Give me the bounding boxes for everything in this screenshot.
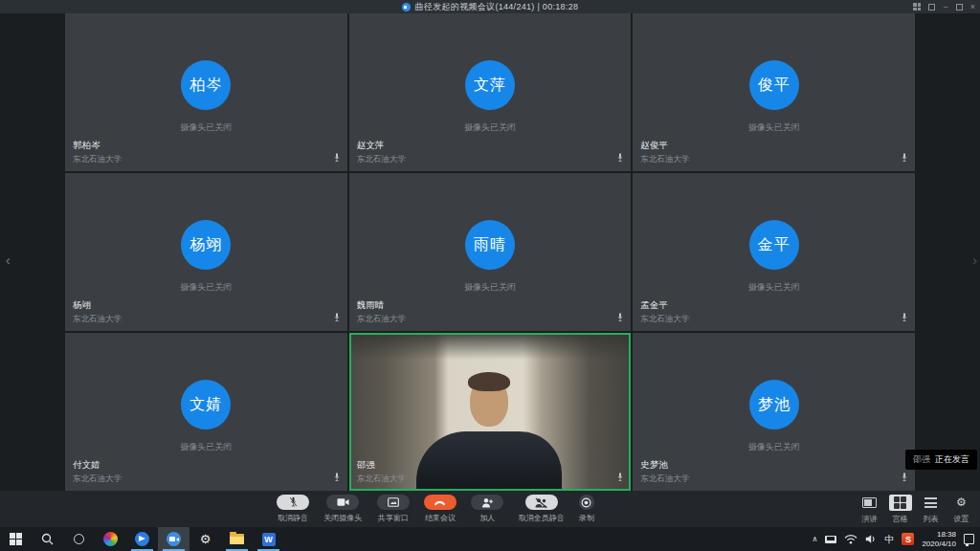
ime-indicator[interactable]: 中 <box>884 533 894 546</box>
avatar: 梦池 <box>749 380 799 430</box>
avatar: 金平 <box>749 220 799 270</box>
system-tray: ∧ 中 S 18:38 2020/4/10 <box>813 527 980 551</box>
tray-expand-chevron-icon[interactable]: ∧ <box>813 535 818 543</box>
meeting-app-icon <box>167 532 181 546</box>
view-list-button[interactable]: 列表 <box>918 495 944 524</box>
person-add-icon <box>481 497 493 508</box>
sogou-input-icon[interactable]: S <box>902 533 914 545</box>
view-grid-button[interactable]: 宫格 <box>887 495 913 524</box>
mic-icon <box>616 472 624 483</box>
layout-icon[interactable] <box>913 3 921 11</box>
view-controls: 演讲 宫格 列表 ⚙ 设置 <box>857 495 974 524</box>
meeting-app-button[interactable] <box>158 527 189 551</box>
mic-icon <box>616 312 624 323</box>
record-icon <box>581 497 591 508</box>
people-muted-icon <box>535 497 547 508</box>
view-speaker-label: 演讲 <box>862 514 878 524</box>
participant-tile-speaking[interactable]: 邵强 东北石油大学 <box>349 333 632 491</box>
hangup-icon <box>434 498 446 506</box>
gear-icon: ⚙ <box>956 495 967 511</box>
cortana-icon <box>74 534 84 544</box>
participant-org: 东北石油大学 <box>640 474 689 485</box>
grid-view-icon <box>894 496 906 509</box>
taskbar-clock[interactable]: 18:38 2020/4/10 <box>922 530 956 549</box>
camera-off-label: 关闭摄像头 <box>323 513 362 523</box>
wifi-icon[interactable] <box>844 534 858 544</box>
close-button[interactable]: × <box>970 0 975 13</box>
participant-tile[interactable]: 柏岑 摄像头已关闭 郭柏岑 东北石油大学 <box>65 13 347 171</box>
participant-org: 东北石油大学 <box>73 474 122 485</box>
participant-tile[interactable]: 文萍 摄像头已关闭 赵文萍 东北石油大学 <box>349 13 632 171</box>
maximize-button[interactable] <box>956 4 963 11</box>
blue-send-app-icon <box>135 532 149 546</box>
participant-tile[interactable]: 金平 摄像头已关闭 孟金平 东北石油大学 <box>633 173 915 331</box>
participant-name: 魏雨晴 <box>357 299 406 312</box>
share-window-button[interactable]: 共享窗口 <box>377 495 410 523</box>
view-speaker-button[interactable]: 演讲 <box>857 495 882 524</box>
minimize-button[interactable]: − <box>943 0 947 13</box>
participant-tile[interactable]: 俊平 摄像头已关闭 赵俊平 东北石油大学 <box>633 13 915 171</box>
toolbar-buttons: 取消静音 关闭摄像头 共享窗口 结束会议 <box>277 495 594 523</box>
word-doc-icon: W <box>262 533 276 546</box>
participant-tile[interactable]: 雨晴 摄像头已关闭 魏雨晴 东北石油大学 <box>349 173 632 331</box>
speaking-toast-name: 邵强 <box>913 453 930 466</box>
person-face <box>470 377 508 427</box>
unmute-label: 取消静音 <box>278 513 308 523</box>
messenger-app-button[interactable] <box>126 527 158 551</box>
word-app-button[interactable]: W <box>253 527 284 551</box>
file-explorer-button[interactable] <box>221 527 253 551</box>
prev-page-chevron-icon[interactable]: ‹ <box>6 253 11 268</box>
avatar: 杨翊 <box>181 220 231 270</box>
participant-grid: 柏岑 摄像头已关闭 郭柏岑 东北石油大学 文萍 摄像头已关闭 赵文萍 东北石油大… <box>65 13 915 491</box>
taskbar-search-button[interactable] <box>32 527 63 551</box>
mic-icon <box>333 472 341 483</box>
speaking-toast-status: 正在发言 <box>935 453 969 466</box>
settings-app-button[interactable]: ⚙ <box>189 527 221 551</box>
share-window-label: 共享窗口 <box>378 513 409 523</box>
record-button[interactable]: 录制 <box>579 495 594 523</box>
avatar: 柏岑 <box>181 60 231 110</box>
mic-icon <box>901 472 908 483</box>
window-controls: − × <box>913 0 975 13</box>
participant-org: 东北石油大学 <box>73 154 122 165</box>
settings-gear-icon: ⚙ <box>200 532 212 546</box>
unmute-all-label: 取消全员静音 <box>519 513 565 523</box>
unmute-button[interactable]: 取消静音 <box>277 495 309 523</box>
participant-tile[interactable]: 梦池 摄像头已关闭 史梦池 东北石油大学 <box>633 333 915 491</box>
settings-button[interactable]: ⚙ 设置 <box>948 495 974 524</box>
avatar: 俊平 <box>749 60 799 110</box>
camera-off-label: 摄像头已关闭 <box>748 441 800 453</box>
share-window-icon <box>388 497 399 507</box>
unmute-all-button[interactable]: 取消全员静音 <box>519 495 565 523</box>
mic-muted-icon <box>289 496 298 508</box>
participant-name: 赵文萍 <box>357 140 406 152</box>
view-list-label: 列表 <box>924 514 939 524</box>
next-page-chevron-icon[interactable]: › <box>972 253 977 268</box>
participant-tile[interactable]: 文婧 摄像头已关闭 付文婧 东北石油大学 <box>65 333 347 491</box>
fullscreen-icon[interactable] <box>928 4 935 11</box>
taskbar-date: 2020/4/10 <box>922 540 956 549</box>
participant-org: 东北石油大学 <box>640 314 689 325</box>
participant-tile[interactable]: 杨翊 摄像头已关闭 杨翊 东北石油大学 <box>65 173 347 331</box>
action-center-icon[interactable] <box>964 534 974 544</box>
battery-icon[interactable] <box>825 536 836 543</box>
meeting-camera-icon <box>402 3 411 11</box>
browser-button[interactable] <box>95 527 126 551</box>
mic-icon <box>901 312 908 323</box>
mic-icon <box>333 152 341 164</box>
speaking-toast: 邵强 正在发言 <box>905 450 977 470</box>
camera-off-label: 摄像头已关闭 <box>180 121 232 134</box>
end-meeting-button[interactable]: 结束会议 <box>424 495 457 523</box>
participant-name: 付文婧 <box>73 459 122 472</box>
participant-name: 杨翊 <box>73 299 122 312</box>
cortana-button[interactable] <box>63 527 95 551</box>
volume-icon[interactable] <box>865 534 877 544</box>
windows-logo-icon <box>10 533 22 545</box>
camera-off-button[interactable]: 关闭摄像头 <box>323 495 362 523</box>
add-person-button[interactable]: 加人 <box>471 495 503 523</box>
start-button[interactable] <box>0 527 32 551</box>
participant-name: 史梦池 <box>640 459 689 472</box>
search-icon <box>41 533 54 545</box>
participant-org: 东北石油大学 <box>73 314 122 325</box>
title-bar: 曲径发起的视频会议(144/241) | 00:18:28 − × <box>0 0 980 13</box>
